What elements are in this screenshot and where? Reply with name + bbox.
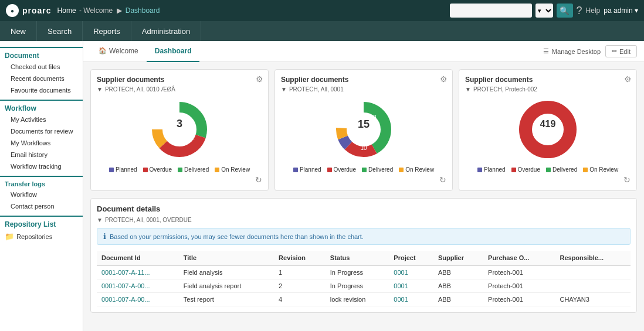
card-1-title: Supplier documents xyxy=(97,76,262,84)
card-3-filter-text: PROTECH, Protech-002 xyxy=(473,86,537,93)
tab-welcome[interactable]: 🏠 Welcome xyxy=(90,41,147,62)
filter-icon-2: ▼ xyxy=(281,86,287,93)
row-3-purchase: Protech-001 xyxy=(483,293,555,306)
row-3-supplier: ABB xyxy=(433,293,483,306)
sidebar-item-checked-out[interactable]: Checked out files xyxy=(0,61,83,73)
card-2: Supplier documents ⚙ ▼ PROTECH, All, 000… xyxy=(274,69,453,191)
row-3-revision: 4 xyxy=(274,293,326,306)
breadcrumb-sep: - Welcome xyxy=(79,6,113,15)
row-1-project[interactable]: 0001 xyxy=(389,265,433,279)
row-2-purchase: Protech-001 xyxy=(483,279,555,293)
dashboard-content: Supplier documents ⚙ ▼ PROTECH, All, 001… xyxy=(83,62,644,320)
svg-text:419: 419 xyxy=(543,138,553,144)
sidebar-item-contact-person[interactable]: Contact person xyxy=(0,200,83,212)
breadcrumb-home[interactable]: Home xyxy=(57,6,76,15)
card-1-gear-icon[interactable]: ⚙ xyxy=(256,74,263,84)
sidebar-workflow-label[interactable]: Workflow xyxy=(0,101,83,114)
topbar: ● proarc Home - Welcome ▶ Dashboard ▾ 🔍 … xyxy=(0,0,644,21)
tabs-right: ☰ Manage Desktop ✏ Edit xyxy=(543,45,637,57)
help-button[interactable]: ? xyxy=(577,5,582,16)
card-1-refresh-button[interactable]: ↻ xyxy=(255,175,262,185)
sidebar-item-recent[interactable]: Recent documents xyxy=(0,73,83,84)
row-3-project[interactable]: 0001 xyxy=(389,293,433,306)
card-1-filter-text: PROTECH, All, 0010 ÆØÅ xyxy=(105,86,175,93)
sidebar-item-email-history[interactable]: Email history xyxy=(0,149,83,161)
sidebar-item-my-activities[interactable]: My Activities xyxy=(0,114,83,125)
tab-dashboard[interactable]: Dashboard xyxy=(147,41,200,62)
search-icon: 🔍 xyxy=(560,6,570,15)
table-header-row: Document Id Title Revision Status Projec… xyxy=(97,251,631,265)
col-supplier: Supplier xyxy=(433,251,483,265)
card-3-refresh-button[interactable]: ↻ xyxy=(623,175,631,185)
row-2-doc-id[interactable]: 0001-007-A-00... xyxy=(97,279,179,293)
row-2-revision: 2 xyxy=(274,279,326,293)
card-2-refresh-button[interactable]: ↻ xyxy=(439,175,446,185)
main-content: 🏠 Welcome Dashboard ☰ Manage Desktop ✏ E… xyxy=(83,41,644,331)
sidebar-item-workflow-tracking[interactable]: Workflow tracking xyxy=(0,161,83,172)
nav-administration-label: Administration xyxy=(142,27,190,36)
tabs-left: 🏠 Welcome Dashboard xyxy=(90,41,199,62)
legend-2-overdue: Overdue xyxy=(327,166,356,173)
sidebar-item-repositories[interactable]: 📁 Repositories xyxy=(0,230,83,243)
user-menu[interactable]: pa admin ▾ xyxy=(604,6,638,15)
logo-initial: ● xyxy=(11,8,14,14)
logo[interactable]: ● proarc xyxy=(6,4,52,17)
document-details: Document details ▼ PROTECH, All, 0001, O… xyxy=(90,198,637,313)
cards-row: Supplier documents ⚙ ▼ PROTECH, All, 001… xyxy=(90,69,637,191)
sidebar-repositories-label: Repositories xyxy=(16,233,52,240)
overdue-dot-3 xyxy=(511,168,516,172)
legend-3-delivered: Delivered xyxy=(546,166,577,173)
help-icon: ? xyxy=(577,5,582,16)
search-button[interactable]: 🔍 xyxy=(557,4,573,18)
row-1-status: In Progress xyxy=(326,265,389,279)
card-2-filter: ▼ PROTECH, All, 0001 xyxy=(281,86,446,93)
edit-button[interactable]: ✏ Edit xyxy=(605,45,637,57)
planned-dot-2 xyxy=(293,168,298,172)
planned-label-2: Planned xyxy=(300,166,321,173)
sidebar-item-workflow[interactable]: Workflow xyxy=(0,189,83,200)
nav-new-label: New xyxy=(11,27,26,36)
svg-point-15 xyxy=(526,107,570,152)
folder-icon: 📁 xyxy=(5,232,14,241)
card-2-refresh: ↻ xyxy=(281,175,446,185)
row-2-project[interactable]: 0001 xyxy=(389,279,433,293)
row-1-doc-id[interactable]: 0001-007-A-11... xyxy=(97,265,179,279)
doc-details-title: Document details xyxy=(97,204,631,213)
svg-text:1: 1 xyxy=(170,110,174,116)
sidebar-document-label[interactable]: Document xyxy=(0,48,83,61)
legend-3-planned: Planned xyxy=(477,166,506,173)
planned-dot xyxy=(109,168,114,172)
col-responsible: Responsible... xyxy=(555,251,631,265)
nav-search[interactable]: Search xyxy=(37,21,83,41)
nav-new[interactable]: New xyxy=(0,21,37,41)
sidebar-transfer-label[interactable]: Transfer logs xyxy=(0,177,83,189)
row-1-title: Field analysis xyxy=(179,265,274,279)
search-input[interactable] xyxy=(450,4,532,18)
sidebar-item-docs-review[interactable]: Documents for review xyxy=(0,125,83,137)
row-3-doc-id[interactable]: 0001-007-A-00... xyxy=(97,293,179,306)
legend-3-onreview: On Review xyxy=(583,166,618,173)
svg-text:10: 10 xyxy=(360,145,367,151)
card-2-donut: 15 10 3 1 1 xyxy=(281,97,446,162)
search-dropdown[interactable]: ▾ xyxy=(535,4,553,18)
delivered-dot-2 xyxy=(362,168,367,172)
legend-delivered: Delivered xyxy=(178,166,209,173)
card-1-refresh: ↻ xyxy=(97,175,262,185)
card-3-refresh: ↻ xyxy=(465,175,631,185)
card-1-donut: 3 1 2 xyxy=(97,97,262,162)
card-3-gear-icon[interactable]: ⚙ xyxy=(624,74,632,84)
nav-reports[interactable]: Reports xyxy=(83,21,131,41)
svg-text:419: 419 xyxy=(540,119,556,129)
sidebar-item-favourite[interactable]: Favourite documents xyxy=(0,84,83,96)
sidebar-repository-label[interactable]: Repository List xyxy=(0,217,83,230)
legend-2-onreview: On Review xyxy=(399,166,434,173)
manage-desktop-button[interactable]: ☰ Manage Desktop xyxy=(543,47,601,55)
sidebar: Document Checked out files Recent docume… xyxy=(0,41,83,331)
sidebar-item-my-workflows[interactable]: My Workflows xyxy=(0,137,83,149)
legend-overdue: Overdue xyxy=(143,166,172,173)
delivered-label-3: Delivered xyxy=(553,166,577,173)
nav-administration[interactable]: Administration xyxy=(131,21,201,41)
svg-text:15: 15 xyxy=(358,118,370,130)
overdue-label-3: Overdue xyxy=(518,166,540,173)
card-2-gear-icon[interactable]: ⚙ xyxy=(440,74,448,84)
